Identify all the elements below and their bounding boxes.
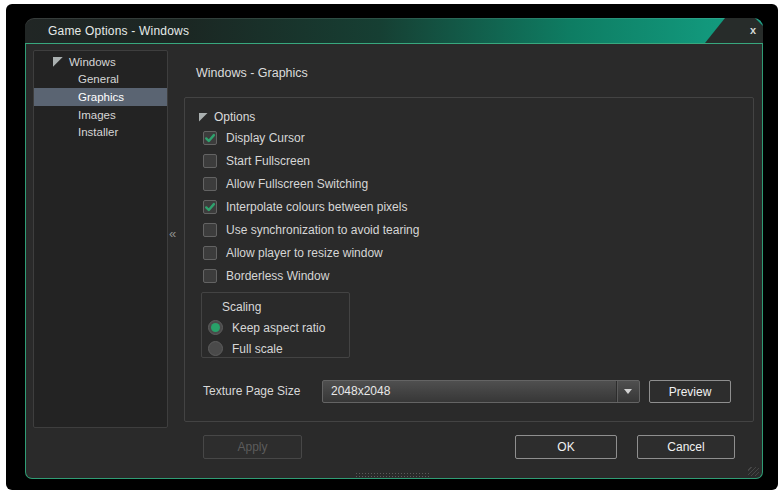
checkbox-unchecked[interactable]	[203, 177, 217, 191]
radio-unselected[interactable]	[208, 341, 223, 356]
options-groupbox: Options Display CursorStart FullscreenAl…	[184, 97, 754, 422]
checkbox-unchecked[interactable]	[203, 154, 217, 168]
checkbox-label: Allow Fullscreen Switching	[226, 177, 368, 191]
tree-item-label: Graphics	[78, 91, 124, 103]
radio-dot	[211, 323, 220, 332]
checkbox-unchecked[interactable]	[203, 246, 217, 260]
tree-item-label: General	[78, 73, 119, 85]
tree-item-windows[interactable]: Windows	[34, 53, 167, 71]
checkbox-unchecked[interactable]	[203, 269, 217, 283]
checkbox-checked[interactable]	[203, 131, 217, 145]
checkbox-row-start-fullscreen[interactable]: Start Fullscreen	[203, 149, 743, 172]
dialog-body: Windows GeneralGraphicsImagesInstaller «…	[25, 43, 763, 479]
tree-expander-icon[interactable]	[53, 57, 63, 67]
scaling-group-label: Scaling	[222, 300, 349, 314]
tree-children: GeneralGraphicsImagesInstaller	[34, 71, 167, 141]
tree-item-images[interactable]: Images	[34, 106, 167, 124]
checkbox-checked[interactable]	[203, 200, 217, 214]
checkbox-label: Borderless Window	[226, 269, 329, 283]
checkbox-label: Allow player to resize window	[226, 246, 383, 260]
check-icon	[204, 132, 216, 144]
options-group-header[interactable]: Options	[199, 110, 255, 124]
radio-row-keep-aspect-ratio[interactable]: Keep aspect ratio	[202, 317, 349, 338]
close-tab: x	[705, 18, 763, 43]
scaling-groupbox: Scaling Keep aspect ratioFull scale	[201, 292, 350, 358]
dialog-titlebar[interactable]: Game Options - Windows x	[25, 18, 763, 43]
ok-button[interactable]: OK	[515, 435, 617, 459]
chevron-down-icon	[624, 389, 632, 394]
tree-item-label: Windows	[69, 56, 116, 68]
checkbox-row-display-cursor[interactable]: Display Cursor	[203, 126, 743, 149]
radio-label: Full scale	[232, 342, 283, 356]
scaling-radio-list: Keep aspect ratioFull scale	[202, 317, 349, 359]
options-checkbox-list: Display CursorStart FullscreenAllow Full…	[203, 126, 743, 287]
group-expander-icon[interactable]	[199, 113, 208, 122]
tree-item-installer[interactable]: Installer	[34, 123, 167, 141]
radio-row-full-scale[interactable]: Full scale	[202, 338, 349, 359]
checkbox-label: Start Fullscreen	[226, 154, 310, 168]
checkbox-label: Use synchronization to avoid tearing	[226, 223, 419, 237]
radio-label: Keep aspect ratio	[232, 321, 325, 335]
check-icon	[204, 201, 216, 213]
checkbox-row-allow-fullscreen-switching[interactable]: Allow Fullscreen Switching	[203, 172, 743, 195]
close-button[interactable]: x	[750, 18, 756, 43]
radio-dot	[211, 344, 220, 353]
dialog-title: Game Options - Windows	[48, 18, 189, 44]
checkbox-label: Interpolate colours between pixels	[226, 200, 407, 214]
radio-selected[interactable]	[208, 320, 223, 335]
checkbox-unchecked[interactable]	[203, 223, 217, 237]
checkbox-row-use-synchronization-to-avoid-tearing[interactable]: Use synchronization to avoid tearing	[203, 218, 743, 241]
drag-handle-dots[interactable]	[355, 472, 431, 477]
dropdown-arrow-button[interactable]	[616, 381, 639, 402]
apply-button[interactable]: Apply	[203, 435, 302, 459]
texture-page-size-label: Texture Page Size	[203, 380, 300, 403]
checkbox-row-allow-player-to-resize-window[interactable]: Allow player to resize window	[203, 241, 743, 264]
category-tree-panel: Windows GeneralGraphicsImagesInstaller	[33, 50, 168, 428]
options-group-label: Options	[214, 110, 255, 124]
tree-item-general[interactable]: General	[34, 71, 167, 89]
category-tree: Windows GeneralGraphicsImagesInstaller	[34, 51, 167, 141]
texture-page-size-row: Texture Page Size 2048x2048 Preview	[185, 380, 753, 403]
texture-page-size-dropdown[interactable]: 2048x2048	[322, 380, 640, 403]
page-title: Windows - Graphics	[196, 66, 308, 80]
tree-item-label: Images	[78, 109, 116, 121]
tree-item-graphics[interactable]: Graphics	[34, 88, 167, 106]
game-options-dialog: Game Options - Windows x Windows General…	[25, 18, 763, 479]
checkbox-row-borderless-window[interactable]: Borderless Window	[203, 264, 743, 287]
dropdown-selected-value: 2048x2048	[323, 381, 616, 402]
resize-grip[interactable]	[748, 467, 759, 476]
checkbox-row-interpolate-colours-between-pixels[interactable]: Interpolate colours between pixels	[203, 195, 743, 218]
tree-item-label: Installer	[78, 126, 118, 138]
preview-button[interactable]: Preview	[649, 380, 731, 403]
desktop-background: Game Options - Windows x Windows General…	[6, 4, 778, 490]
sidebar-collapse-handle[interactable]: «	[169, 227, 181, 240]
checkbox-label: Display Cursor	[226, 131, 305, 145]
cancel-button[interactable]: Cancel	[637, 435, 735, 459]
